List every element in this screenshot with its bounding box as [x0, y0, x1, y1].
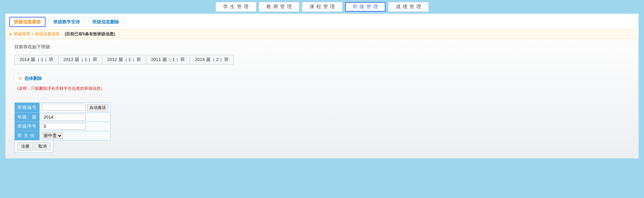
existing-classes-caption: 目前存在如下班级: — [14, 44, 630, 50]
delete-note: （说明：只能删除没有关联学生信息的班级信息） — [14, 86, 630, 91]
content-area: 目前存在如下班级: 2014 届（ 1 ）班 2013 届（ 1 ）班 2012… — [6, 39, 638, 158]
label-class-id: 班级编号 — [15, 103, 40, 113]
cancel-button[interactable]: 取消 — [35, 143, 50, 150]
class-chip[interactable]: 2012 届（ 1 ）班 — [102, 55, 146, 64]
input-grade[interactable] — [42, 114, 86, 121]
class-chip[interactable]: 2014 届（ 1 ）班 — [14, 55, 59, 64]
class-chip[interactable]: 2013 届（ 1 ）班 — [58, 55, 102, 64]
label-head-teacher: 班 主 任 — [15, 131, 40, 140]
nav-item-grade[interactable]: 成绩管理 — [388, 2, 429, 12]
label-class-seq: 班级序号 — [15, 122, 40, 131]
label-grade: 年级、届 — [15, 112, 40, 122]
nav-item-student[interactable]: 学生管理 — [216, 2, 256, 12]
subtab-schedule[interactable]: 班级教学安排 — [49, 17, 85, 27]
top-nav: 学生管理 教师管理 课程管理 班级管理 成绩管理 — [0, 0, 644, 14]
breadcrumb-links: 班级管理 > 班级信息添加 — [14, 31, 60, 37]
breadcrumb-sep: > — [30, 32, 35, 36]
caret-right-icon — [10, 33, 12, 36]
nav-item-teacher[interactable]: 教师管理 — [259, 2, 299, 12]
class-chip[interactable]: 2014 届（ 2 ）班 — [190, 55, 234, 64]
class-list: 2014 届（ 1 ）班 2013 届（ 1 ）班 2012 届（ 1 ）班 2… — [14, 55, 630, 64]
input-class-id[interactable] — [42, 104, 86, 111]
nav-item-course[interactable]: 课程管理 — [302, 2, 342, 12]
submit-button[interactable]: 注册 — [17, 143, 33, 150]
select-delete-label: 选择删除 — [24, 75, 42, 82]
input-class-seq[interactable] — [42, 123, 86, 130]
breadcrumb-part2[interactable]: 班级信息添加 — [35, 32, 60, 36]
add-class-form: 班级编号 自动激活 年级、届 班级序号 班 主 任 — [14, 91, 111, 153]
subtab-add-class[interactable]: 班级信息添加 — [9, 17, 46, 27]
nav-item-class[interactable]: 班级管理 — [345, 2, 386, 12]
external-link-icon — [18, 76, 22, 81]
breadcrumb: 班级管理 > 班级信息添加 (目前已有5条有效班级信息) — [6, 29, 638, 39]
class-chip[interactable]: 2011 届（ 1 ）班 — [146, 55, 190, 64]
sub-tabs: 班级信息添加 班级教学安排 班级信息删除 — [6, 14, 638, 29]
breadcrumb-count: (目前已有5条有效班级信息) — [65, 31, 115, 37]
breadcrumb-part1[interactable]: 班级管理 — [14, 32, 30, 36]
main-panel: 班级信息添加 班级教学安排 班级信息删除 班级管理 > 班级信息添加 (目前已有… — [5, 14, 639, 158]
select-head-teacher[interactable]: 谢中贵 — [42, 132, 63, 139]
select-delete-button[interactable]: 选择删除 — [14, 74, 46, 83]
auto-activate-button[interactable]: 自动激活 — [87, 104, 108, 111]
subtab-delete-class[interactable]: 班级信息删除 — [88, 17, 124, 27]
